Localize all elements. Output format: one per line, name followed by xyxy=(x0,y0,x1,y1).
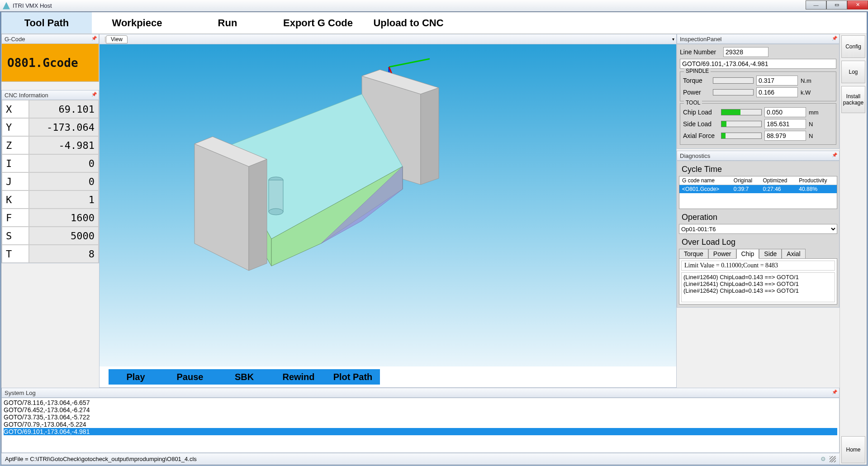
cnc-value: 0 xyxy=(29,172,99,190)
side-load-value[interactable] xyxy=(764,119,806,129)
pin-icon[interactable]: 📌 xyxy=(832,390,837,395)
operation-title: Operation xyxy=(679,211,837,224)
svg-marker-6 xyxy=(421,88,439,185)
resize-grip-icon[interactable] xyxy=(830,456,836,462)
system-log-panel: System Log 📌 GOTO/78.116,-173.064,-6.657… xyxy=(1,388,840,465)
log-line[interactable]: GOTO/78.116,-173.064,-6.657 xyxy=(4,399,837,406)
cnc-row: Y-173.064 xyxy=(2,118,99,136)
tool-group: TOOL Chip Load mm Side Load N Axial Forc… xyxy=(680,103,836,145)
cycle-cell: 0:39:7 xyxy=(731,185,760,194)
svg-point-16 xyxy=(269,209,283,215)
cnc-row: X69.101 xyxy=(2,100,99,118)
cycle-col[interactable]: G code name xyxy=(679,176,731,185)
side-load-meter xyxy=(721,121,762,127)
status-text: AptFile = C:\ITRI\GotoCheck\gotocheck_ou… xyxy=(5,456,197,462)
view-dropdown-icon[interactable]: ▾ xyxy=(672,37,674,42)
overload-box: Limit Value = 0.11000;Count = 8483 (Line… xyxy=(679,258,837,304)
diagnostics-panel-title: Diagnostics xyxy=(680,152,710,159)
overload-tab-chip[interactable]: Chip xyxy=(736,249,759,259)
tab-workpiece[interactable]: Workpiece xyxy=(92,12,182,33)
inspection-panel-header: InspectionPanel 📌 xyxy=(677,34,840,44)
playback-bar: Play Pause SBK Rewind Plot Path xyxy=(109,369,380,385)
view-tab[interactable]: View xyxy=(106,35,128,43)
log-button[interactable]: Log xyxy=(841,61,865,83)
cycle-row[interactable]: <O801.Gcode> 0:39:7 0:27:46 40.88% xyxy=(679,185,837,194)
overload-tab-axial[interactable]: Axial xyxy=(782,249,805,259)
system-log-body[interactable]: GOTO/78.116,-173.064,-6.657 GOTO/76.452,… xyxy=(1,398,840,453)
power-value[interactable] xyxy=(756,87,798,97)
cycle-col[interactable]: Optimized xyxy=(760,176,796,185)
plot-path-button[interactable]: Plot Path xyxy=(326,369,380,385)
operation-select[interactable]: Op01-001:T6 xyxy=(679,224,837,234)
log-line[interactable]: GOTO/76.452,-173.064,-6.274 xyxy=(4,406,837,414)
tab-export-gcode[interactable]: Export G Code xyxy=(273,12,363,33)
cnc-table: X69.101 Y-173.064 Z-4.981 I0 J0 K1 F1600… xyxy=(1,100,99,263)
log-line[interactable]: GOTO/73.735,-173.064,-5.722 xyxy=(4,414,837,421)
cnc-value: 0 xyxy=(29,154,99,172)
diagnostics-panel: Cycle Time G code name Original Optimize… xyxy=(677,161,840,308)
line-number-input[interactable] xyxy=(723,47,768,57)
overload-tab-torque[interactable]: Torque xyxy=(679,249,708,259)
pin-icon[interactable]: 📌 xyxy=(91,92,97,97)
tab-upload-cnc[interactable]: Upload to CNC xyxy=(363,12,454,33)
overload-title: Over Load Log xyxy=(679,236,837,249)
overload-line: (Line#12642) ChipLoad=0.143 ==> GOTO/1 xyxy=(683,287,833,294)
torque-unit: N.m xyxy=(801,77,816,84)
gcode-filename[interactable]: O801.Gcode xyxy=(1,44,99,82)
pin-icon[interactable]: 📌 xyxy=(91,36,97,41)
cnc-value: -173.064 xyxy=(29,118,99,136)
pause-button[interactable]: Pause xyxy=(163,369,217,385)
cycle-col[interactable]: Productivity xyxy=(796,176,837,185)
power-unit: k.W xyxy=(801,89,816,96)
tab-run[interactable]: Run xyxy=(182,12,273,33)
scene-svg xyxy=(100,44,676,366)
cycle-time-table: G code name Original Optimized Productiv… xyxy=(679,176,837,209)
side-column: Config Log Install package Home xyxy=(840,34,867,465)
cycle-cell: 40.88% xyxy=(796,185,837,194)
diagnostics-panel-header: Diagnostics 📌 xyxy=(677,151,840,161)
overload-tabs: Torque Power Chip Side Axial xyxy=(679,249,837,259)
goto-input[interactable] xyxy=(680,59,836,69)
cnc-row: F1600 xyxy=(2,209,99,227)
gcode-panel-header: G-Code 📌 xyxy=(1,34,99,44)
cnc-panel-header: CNC Information 📌 xyxy=(1,90,99,100)
cnc-row: Z-4.981 xyxy=(2,136,99,154)
pin-icon[interactable]: 📌 xyxy=(832,152,837,157)
cnc-row: I0 xyxy=(2,154,99,172)
overload-summary: Limit Value = 0.11000;Count = 8483 xyxy=(681,261,835,271)
overload-list[interactable]: (Line#12640) ChipLoad=0.143 ==> GOTO/1 (… xyxy=(681,272,835,302)
tab-tool-path[interactable]: Tool Path xyxy=(1,12,92,33)
axial-force-value[interactable] xyxy=(764,131,806,141)
rewind-button[interactable]: Rewind xyxy=(271,369,326,385)
home-button[interactable]: Home xyxy=(841,436,865,463)
cnc-panel-title: CNC Information xyxy=(5,92,48,99)
overload-tab-side[interactable]: Side xyxy=(759,249,782,259)
cnc-row: T8 xyxy=(2,245,99,263)
left-column: G-Code 📌 O801.Gcode CNC Information 📌 X6… xyxy=(1,34,99,388)
chip-load-value[interactable] xyxy=(764,107,806,117)
play-button[interactable]: Play xyxy=(109,369,163,385)
system-log-title: System Log xyxy=(5,390,36,396)
system-log-header: System Log 📌 xyxy=(1,388,840,398)
install-package-button[interactable]: Install package xyxy=(841,86,865,113)
torque-value[interactable] xyxy=(756,76,798,86)
log-line[interactable]: GOTO/70.79,-173.064,-5.224 xyxy=(4,421,837,428)
log-line[interactable]: GOTO/69.101,-173.064,-4.981 xyxy=(4,428,837,435)
pin-icon[interactable]: 📌 xyxy=(832,36,837,41)
cnc-label: K xyxy=(2,190,29,209)
view-bar: View ▾ xyxy=(100,34,676,44)
window-minimize-button[interactable]: — xyxy=(806,0,826,10)
overload-tab-power[interactable]: Power xyxy=(708,249,736,259)
axial-force-unit: N xyxy=(809,133,824,139)
cycle-cell: <O801.Gcode> xyxy=(679,185,731,194)
viewport-3d[interactable] xyxy=(100,44,676,366)
window-maximize-button[interactable]: ▭ xyxy=(826,0,847,10)
cnc-row: S5000 xyxy=(2,227,99,245)
cycle-col[interactable]: Original xyxy=(731,176,760,185)
sbk-button[interactable]: SBK xyxy=(217,369,271,385)
status-gear-icon[interactable]: ⚙ xyxy=(821,456,826,462)
status-bar: AptFile = C:\ITRI\GotoCheck\gotocheck_ou… xyxy=(1,453,840,465)
config-button[interactable]: Config xyxy=(841,35,865,58)
window-close-button[interactable]: ✕ xyxy=(847,0,868,10)
axial-force-meter xyxy=(721,133,762,139)
